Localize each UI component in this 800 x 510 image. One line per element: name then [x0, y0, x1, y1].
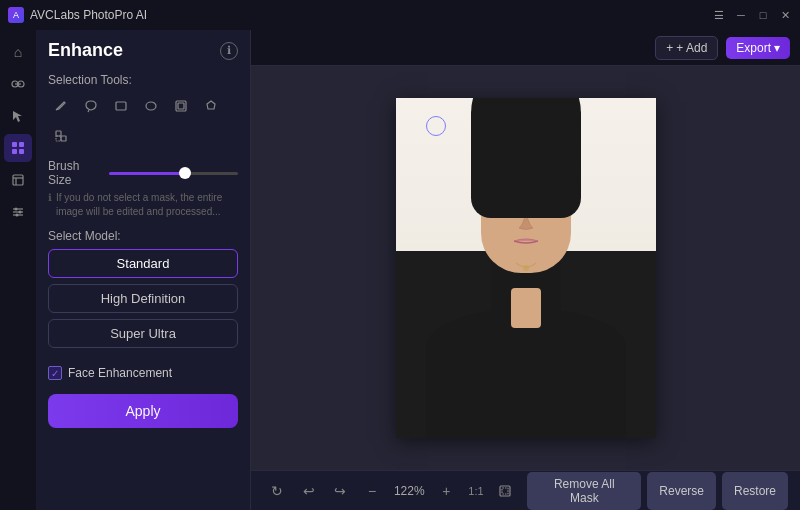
zoom-ratio-button[interactable]: 1:1 [464, 483, 487, 499]
brush-hint: ℹ If you do not select a mask, the entir… [48, 191, 238, 219]
model-standard-button[interactable]: Standard [48, 249, 238, 278]
reverse-button[interactable]: Reverse [647, 472, 716, 510]
face-enhancement-row: ✓ Face Enhancement [48, 366, 238, 380]
model-hd-button[interactable]: High Definition [48, 284, 238, 313]
sidebar-icon-adjustments[interactable] [4, 198, 32, 226]
canvas-toolbar: ↻ ↩ ↪ − 122% + 1:1 Remove All Mask Rever… [251, 470, 800, 510]
wand-tool[interactable] [48, 123, 74, 149]
svg-point-15 [16, 214, 19, 217]
model-superultra-button[interactable]: Super Ultra [48, 319, 238, 348]
photo-display [396, 98, 656, 438]
apply-button[interactable]: Apply [48, 394, 238, 428]
svg-rect-22 [61, 136, 66, 141]
canvas-content[interactable] [251, 66, 800, 470]
svg-rect-20 [178, 103, 184, 109]
svg-rect-30 [502, 488, 508, 494]
left-panel: Enhance ℹ Selection Tools: [36, 30, 251, 510]
plus-icon: + [666, 41, 673, 55]
fit-screen-button[interactable] [492, 477, 520, 505]
brush-section: Brush Size ℹ If you do not select a mask… [48, 159, 238, 219]
brush-slider[interactable] [109, 172, 238, 175]
photo-container [396, 98, 656, 438]
pen-tool[interactable] [48, 93, 74, 119]
brush-label: Brush Size [48, 159, 103, 187]
titlebar: A AVCLabs PhotoPro AI ☰ ─ □ ✕ [0, 0, 800, 30]
hint-text-content: If you do not select a mask, the entire … [56, 191, 238, 219]
checkbox-check-icon: ✓ [51, 368, 59, 379]
svg-point-13 [15, 208, 18, 211]
export-label: Export [736, 41, 771, 55]
model-label: Select Model: [48, 229, 238, 243]
selection-tools-label: Selection Tools: [48, 73, 238, 87]
svg-rect-7 [13, 175, 23, 185]
close-button[interactable]: ✕ [778, 8, 792, 22]
redo-button[interactable]: ↪ [326, 477, 354, 505]
undo-button[interactable]: ↩ [295, 477, 323, 505]
portrait-bg [396, 98, 656, 438]
titlebar-left: A AVCLabs PhotoPro AI [8, 7, 147, 23]
app-icon: A [8, 7, 24, 23]
sidebar-icon-cursor[interactable] [4, 102, 32, 130]
cursor-circle [426, 116, 446, 136]
panel-header: Enhance ℹ [48, 40, 238, 61]
info-icon[interactable]: ℹ [220, 42, 238, 60]
minimize-button[interactable]: ─ [734, 8, 748, 22]
panel-title: Enhance [48, 40, 123, 61]
svg-point-14 [19, 211, 22, 214]
model-section: Select Model: Standard High Definition S… [48, 229, 238, 354]
selection-tools [48, 93, 238, 149]
canvas-header: + + Add Export ▾ [251, 30, 800, 66]
ellipse-tool[interactable] [138, 93, 164, 119]
smart-select-tool[interactable] [168, 93, 194, 119]
sidebar-icons: ⌂ [0, 30, 36, 510]
sidebar-icon-link[interactable] [4, 70, 32, 98]
canvas-area: + + Add Export ▾ [251, 30, 800, 510]
zoom-in-button[interactable]: + [433, 477, 461, 505]
app-title: AVCLabs PhotoPro AI [30, 8, 147, 22]
svg-rect-23 [56, 136, 61, 141]
main-layout: ⌂ [0, 30, 800, 510]
rect-tool[interactable] [108, 93, 134, 119]
portrait-neck [511, 288, 541, 328]
add-button[interactable]: + + Add [655, 36, 718, 60]
maximize-button[interactable]: □ [756, 8, 770, 22]
zoom-out-button[interactable]: − [358, 477, 386, 505]
export-button[interactable]: Export ▾ [726, 37, 790, 59]
brush-row: Brush Size [48, 159, 238, 187]
sidebar-icon-enhance[interactable] [4, 134, 32, 162]
menu-button[interactable]: ☰ [712, 8, 726, 22]
svg-rect-17 [116, 102, 126, 110]
face-enhancement-label: Face Enhancement [68, 366, 172, 380]
add-label: + Add [676, 41, 707, 55]
hint-icon: ℹ [48, 191, 52, 219]
svg-line-16 [64, 102, 65, 103]
svg-rect-6 [19, 149, 24, 154]
svg-rect-3 [12, 142, 17, 147]
zoom-display: 122% [390, 484, 429, 498]
restore-button[interactable]: Restore [722, 472, 788, 510]
svg-rect-5 [12, 149, 17, 154]
svg-rect-21 [56, 131, 61, 136]
refresh-button[interactable]: ↻ [263, 477, 291, 505]
svg-rect-4 [19, 142, 24, 147]
titlebar-controls: ☰ ─ □ ✕ [712, 8, 792, 22]
lasso-tool[interactable] [78, 93, 104, 119]
face-enhancement-checkbox[interactable]: ✓ [48, 366, 62, 380]
toolbar-actions: Remove All Mask Reverse Restore [527, 472, 788, 510]
svg-point-18 [146, 102, 156, 110]
sidebar-icon-home[interactable]: ⌂ [4, 38, 32, 66]
svg-point-28 [523, 265, 529, 271]
sidebar-icon-layers[interactable] [4, 166, 32, 194]
remove-all-mask-button[interactable]: Remove All Mask [527, 472, 641, 510]
portrait-hair-top [471, 98, 581, 218]
polygon-tool[interactable] [198, 93, 224, 119]
export-chevron-icon: ▾ [774, 41, 780, 55]
